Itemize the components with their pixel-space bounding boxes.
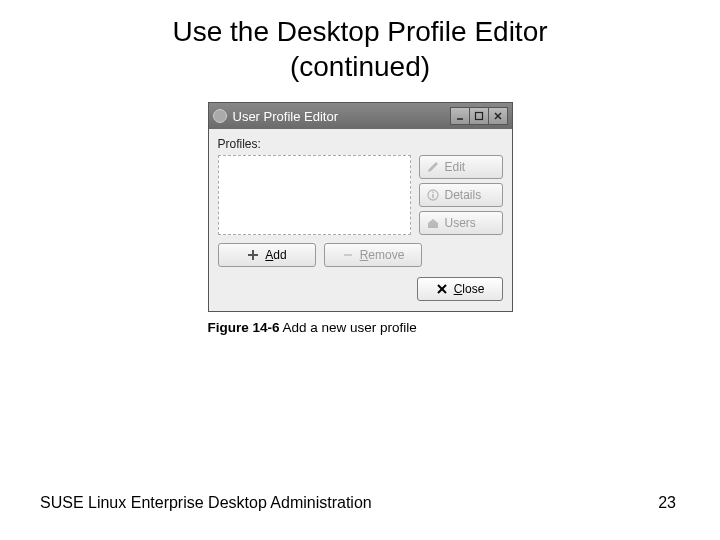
details-icon <box>426 188 440 202</box>
page-number: 23 <box>658 494 676 512</box>
home-icon <box>426 216 440 230</box>
x-icon <box>435 282 449 296</box>
window-client: Profiles: Edit Details <box>209 129 512 311</box>
pencil-icon <box>426 160 440 174</box>
minimize-button[interactable] <box>450 107 470 125</box>
side-buttons: Edit Details Users <box>419 155 503 235</box>
figure-text: Add a new user profile <box>283 320 417 335</box>
titlebar: User Profile Editor <box>209 103 512 129</box>
svg-rect-1 <box>475 113 482 120</box>
bottom-buttons: Add Remove <box>218 243 503 267</box>
minus-icon <box>341 248 355 262</box>
slide-title-line2: (continued) <box>0 49 720 84</box>
profiles-label: Profiles: <box>218 137 503 151</box>
window-controls <box>451 107 508 125</box>
close-button[interactable]: Close <box>417 277 503 301</box>
remove-button[interactable]: Remove <box>324 243 422 267</box>
figure-number: Figure 14-6 <box>208 320 280 335</box>
footer-left: SUSE Linux Enterprise Desktop Administra… <box>40 494 372 512</box>
slide-title-line1: Use the Desktop Profile Editor <box>0 14 720 49</box>
users-button[interactable]: Users <box>419 211 503 235</box>
close-label: Close <box>454 282 485 296</box>
add-label: Add <box>265 248 286 262</box>
svg-rect-6 <box>432 192 434 194</box>
close-row: Close <box>218 277 503 301</box>
screenshot: User Profile Editor Profiles: <box>208 102 513 335</box>
details-button[interactable]: Details <box>419 183 503 207</box>
window-title: User Profile Editor <box>233 109 451 124</box>
svg-rect-5 <box>432 194 434 198</box>
edit-label: Edit <box>445 160 466 174</box>
users-label: Users <box>445 216 476 230</box>
window: User Profile Editor Profiles: <box>208 102 513 312</box>
add-button[interactable]: Add <box>218 243 316 267</box>
maximize-button[interactable] <box>469 107 489 125</box>
details-label: Details <box>445 188 482 202</box>
figure-caption: Figure 14-6 Add a new user profile <box>208 320 513 335</box>
slide-title: Use the Desktop Profile Editor (continue… <box>0 14 720 84</box>
profiles-list[interactable] <box>218 155 411 235</box>
app-icon <box>213 109 227 123</box>
plus-icon <box>246 248 260 262</box>
window-close-button[interactable] <box>488 107 508 125</box>
remove-label: Remove <box>360 248 405 262</box>
edit-button[interactable]: Edit <box>419 155 503 179</box>
